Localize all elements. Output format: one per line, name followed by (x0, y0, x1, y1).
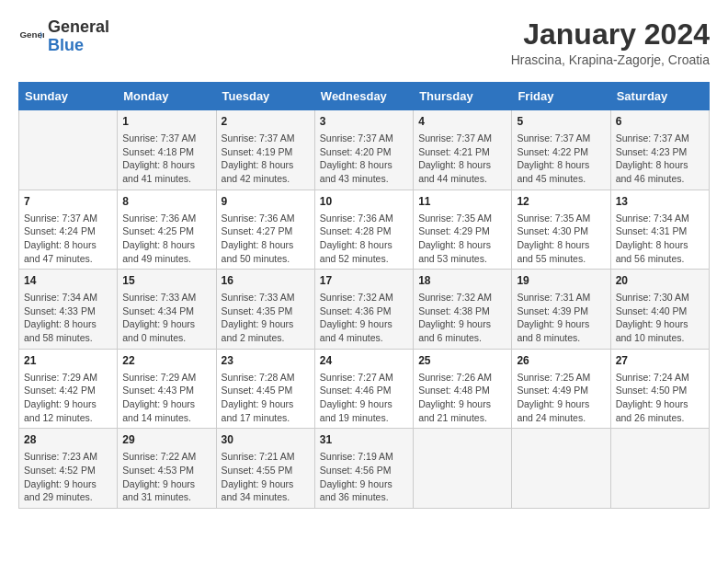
day-number: 31 (320, 432, 408, 448)
location: Hrascina, Krapina-Zagorje, Croatia (511, 52, 710, 67)
sunrise-text: Sunrise: 7:37 AM (616, 132, 704, 145)
sunrise-text: Sunrise: 7:37 AM (122, 132, 210, 145)
daylight-text: Daylight: 8 hours and 52 minutes. (320, 238, 408, 265)
sunset-text: Sunset: 4:56 PM (320, 464, 408, 477)
daylight-text: Daylight: 9 hours and 10 minutes. (616, 317, 704, 344)
sunset-text: Sunset: 4:34 PM (122, 304, 210, 318)
calendar-cell: 5Sunrise: 7:37 AMSunset: 4:22 PMDaylight… (512, 110, 610, 190)
daylight-text: Daylight: 8 hours and 42 minutes. (222, 158, 310, 185)
sunset-text: Sunset: 4:28 PM (320, 224, 408, 238)
sunset-text: Sunset: 4:52 PM (24, 464, 112, 477)
day-number: 21 (24, 353, 112, 369)
day-number: 24 (320, 353, 408, 369)
daylight-text: Daylight: 9 hours and 17 minutes. (222, 397, 310, 424)
sunset-text: Sunset: 4:50 PM (616, 384, 704, 397)
weekday-header-tuesday: Tuesday (216, 83, 314, 110)
sunrise-text: Sunrise: 7:29 AM (122, 371, 210, 385)
day-number: 3 (320, 114, 408, 130)
daylight-text: Daylight: 9 hours and 14 minutes. (122, 397, 210, 424)
calendar-cell: 11Sunrise: 7:35 AMSunset: 4:29 PMDayligh… (414, 190, 512, 270)
page-header: General General Blue January 2024 Hrasci… (18, 18, 710, 67)
daylight-text: Daylight: 9 hours and 31 minutes. (122, 477, 210, 504)
day-number: 2 (222, 114, 310, 130)
daylight-text: Daylight: 9 hours and 2 minutes. (222, 317, 310, 344)
calendar-cell: 14Sunrise: 7:34 AMSunset: 4:33 PMDayligh… (19, 270, 118, 350)
sunrise-text: Sunrise: 7:36 AM (320, 212, 408, 225)
weekday-header-monday: Monday (118, 83, 216, 110)
weekday-header-row: SundayMondayTuesdayWednesdayThursdayFrid… (19, 83, 710, 110)
day-number: 27 (616, 353, 704, 369)
day-number: 15 (122, 273, 210, 289)
sunset-text: Sunset: 4:31 PM (616, 224, 704, 238)
calendar-cell (414, 429, 512, 509)
daylight-text: Daylight: 9 hours and 34 minutes. (222, 477, 310, 504)
daylight-text: Daylight: 8 hours and 44 minutes. (418, 158, 506, 185)
daylight-text: Daylight: 8 hours and 47 minutes. (24, 238, 112, 265)
day-number: 1 (122, 114, 210, 130)
calendar-cell (19, 110, 118, 190)
calendar-cell: 17Sunrise: 7:32 AMSunset: 4:36 PMDayligh… (314, 270, 413, 350)
sunset-text: Sunset: 4:20 PM (320, 145, 408, 159)
sunrise-text: Sunrise: 7:29 AM (24, 371, 112, 385)
sunrise-text: Sunrise: 7:37 AM (320, 132, 408, 145)
logo-text: General Blue (48, 18, 109, 55)
calendar-cell: 7Sunrise: 7:37 AMSunset: 4:24 PMDaylight… (19, 190, 118, 270)
day-number: 14 (24, 273, 112, 289)
day-number: 7 (24, 194, 112, 210)
sunset-text: Sunset: 4:29 PM (418, 224, 506, 238)
daylight-text: Daylight: 9 hours and 21 minutes. (418, 397, 506, 424)
sunset-text: Sunset: 4:42 PM (24, 384, 112, 397)
day-number: 19 (517, 273, 605, 289)
sunset-text: Sunset: 4:35 PM (222, 304, 310, 318)
calendar-cell: 20Sunrise: 7:30 AMSunset: 4:40 PMDayligh… (610, 270, 709, 350)
sunrise-text: Sunrise: 7:24 AM (616, 371, 704, 385)
sunrise-text: Sunrise: 7:37 AM (418, 132, 506, 145)
sunrise-text: Sunrise: 7:32 AM (320, 291, 408, 304)
calendar-cell: 9Sunrise: 7:36 AMSunset: 4:27 PMDaylight… (216, 190, 314, 270)
sunrise-text: Sunrise: 7:36 AM (222, 212, 310, 225)
sunrise-text: Sunrise: 7:35 AM (517, 212, 605, 225)
daylight-text: Daylight: 8 hours and 56 minutes. (616, 238, 704, 265)
sunrise-text: Sunrise: 7:37 AM (24, 212, 112, 225)
sunrise-text: Sunrise: 7:30 AM (616, 291, 704, 304)
daylight-text: Daylight: 8 hours and 49 minutes. (122, 238, 210, 265)
calendar-cell: 15Sunrise: 7:33 AMSunset: 4:34 PMDayligh… (118, 270, 216, 350)
day-number: 8 (122, 194, 210, 210)
calendar-cell: 3Sunrise: 7:37 AMSunset: 4:20 PMDaylight… (314, 110, 413, 190)
day-number: 17 (320, 273, 408, 289)
sunrise-text: Sunrise: 7:33 AM (122, 291, 210, 304)
daylight-text: Daylight: 8 hours and 55 minutes. (517, 238, 605, 265)
sunset-text: Sunset: 4:53 PM (122, 464, 210, 477)
weekday-header-thursday: Thursday (414, 83, 512, 110)
sunrise-text: Sunrise: 7:33 AM (222, 291, 310, 304)
title-block: January 2024 Hrascina, Krapina-Zagorje, … (511, 18, 710, 67)
sunrise-text: Sunrise: 7:36 AM (122, 212, 210, 225)
calendar-cell: 27Sunrise: 7:24 AMSunset: 4:50 PMDayligh… (610, 349, 709, 429)
sunset-text: Sunset: 4:33 PM (24, 304, 112, 318)
weekday-header-sunday: Sunday (19, 83, 118, 110)
daylight-text: Daylight: 8 hours and 50 minutes. (222, 238, 310, 265)
logo: General General Blue (18, 18, 109, 55)
calendar-cell: 29Sunrise: 7:22 AMSunset: 4:53 PMDayligh… (118, 429, 216, 509)
day-number: 4 (418, 114, 506, 130)
daylight-text: Daylight: 8 hours and 53 minutes. (418, 238, 506, 265)
daylight-text: Daylight: 9 hours and 6 minutes. (418, 317, 506, 344)
daylight-text: Daylight: 9 hours and 36 minutes. (320, 477, 408, 504)
day-number: 16 (222, 273, 310, 289)
sunset-text: Sunset: 4:40 PM (616, 304, 704, 318)
calendar-cell: 21Sunrise: 7:29 AMSunset: 4:42 PMDayligh… (19, 349, 118, 429)
day-number: 6 (616, 114, 704, 130)
calendar-cell: 10Sunrise: 7:36 AMSunset: 4:28 PMDayligh… (314, 190, 413, 270)
daylight-text: Daylight: 8 hours and 46 minutes. (616, 158, 704, 185)
daylight-text: Daylight: 9 hours and 4 minutes. (320, 317, 408, 344)
calendar-table: SundayMondayTuesdayWednesdayThursdayFrid… (18, 82, 710, 509)
calendar-body: 1Sunrise: 7:37 AMSunset: 4:18 PMDaylight… (19, 110, 710, 509)
calendar-cell: 18Sunrise: 7:32 AMSunset: 4:38 PMDayligh… (414, 270, 512, 350)
daylight-text: Daylight: 9 hours and 19 minutes. (320, 397, 408, 424)
sunset-text: Sunset: 4:27 PM (222, 224, 310, 238)
weekday-header-saturday: Saturday (610, 83, 709, 110)
calendar-cell (512, 429, 610, 509)
sunset-text: Sunset: 4:46 PM (320, 384, 408, 397)
calendar-week-row: 1Sunrise: 7:37 AMSunset: 4:18 PMDaylight… (19, 110, 710, 190)
daylight-text: Daylight: 9 hours and 8 minutes. (517, 317, 605, 344)
